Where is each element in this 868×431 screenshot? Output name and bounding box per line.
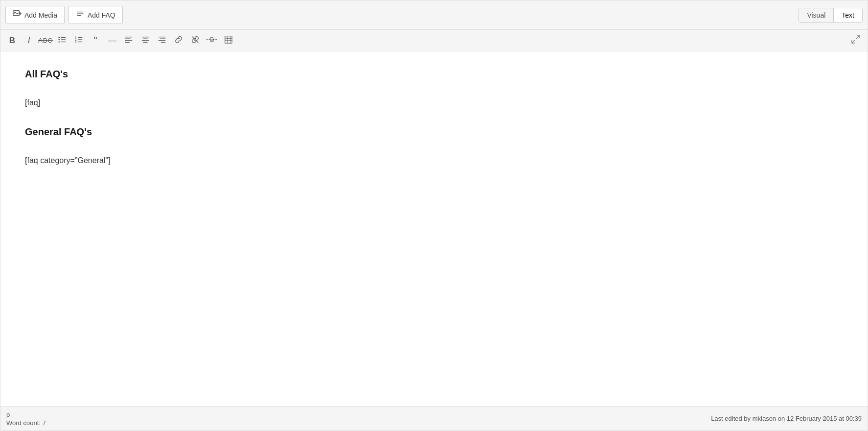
word-count: Word count: 7 [6, 419, 46, 427]
align-right-icon [158, 35, 166, 46]
add-media-icon [13, 9, 22, 21]
content-block-1: All FAQ's [25, 66, 843, 82]
view-tabs: Visual Text [799, 8, 863, 23]
link-icon [174, 35, 183, 46]
ordered-list-button[interactable]: 1. 2. 3. [71, 33, 87, 48]
italic-button[interactable]: I [21, 33, 37, 48]
text-tab[interactable]: Text [834, 8, 862, 22]
align-right-button[interactable] [154, 33, 170, 48]
remove-link-button[interactable] [187, 33, 203, 48]
blockquote-icon: " [93, 35, 98, 46]
content-block-2: [faq] [25, 96, 843, 109]
visual-tab[interactable]: Visual [799, 8, 834, 22]
add-faq-label: Add FAQ [88, 11, 115, 19]
insert-more-button[interactable]: ⊟ [204, 33, 220, 48]
align-center-icon [141, 35, 150, 46]
horizontal-rule-button[interactable]: — [104, 33, 120, 48]
ordered-list-icon: 1. 2. 3. [74, 35, 83, 46]
insert-table-button[interactable] [221, 33, 236, 48]
blockquote-button[interactable]: " [88, 33, 103, 48]
add-faq-icon [76, 10, 85, 21]
hr-icon: — [108, 35, 116, 46]
svg-line-40 [856, 35, 860, 39]
add-media-button[interactable]: Add Media [5, 6, 65, 24]
bold-button[interactable]: B [4, 33, 20, 48]
format-toolbar: B I ABC 1. [0, 30, 868, 51]
top-toolbar: Add Media Add FAQ Visual Text [0, 0, 868, 30]
align-left-icon [124, 35, 133, 46]
align-left-button[interactable] [121, 33, 137, 48]
svg-point-7 [58, 37, 60, 38]
add-media-label: Add Media [24, 11, 57, 19]
svg-text:3.: 3. [75, 40, 78, 43]
top-toolbar-left: Add Media Add FAQ [5, 6, 123, 24]
svg-rect-35 [225, 36, 232, 43]
strikethrough-button[interactable]: ABC [38, 33, 53, 48]
status-left: p Word count: 7 [6, 411, 46, 427]
expand-icon [851, 34, 861, 47]
shortcode-faq: [faq] [25, 96, 843, 109]
svg-line-41 [852, 40, 855, 43]
svg-point-9 [58, 39, 60, 40]
editor-content[interactable]: All FAQ's [faq] General FAQ's [faq categ… [0, 51, 868, 406]
last-edited: Last edited by mklasen on 12 February 20… [711, 415, 862, 422]
svg-point-11 [58, 41, 60, 43]
add-faq-button[interactable]: Add FAQ [69, 6, 123, 24]
strikethrough-label: ABC [38, 37, 53, 44]
insert-link-button[interactable] [171, 33, 186, 48]
heading-all-faqs: All FAQ's [25, 66, 843, 82]
svg-text:⊟: ⊟ [211, 38, 214, 42]
expand-button[interactable] [848, 33, 864, 48]
path-indicator: p [6, 411, 46, 418]
content-block-4: [faq category="General"] [25, 154, 843, 167]
table-icon [224, 35, 233, 46]
editor-wrapper: Add Media Add FAQ Visual Text [0, 0, 868, 431]
content-block-3: General FAQ's [25, 124, 843, 140]
align-center-button[interactable] [137, 33, 153, 48]
insert-more-icon: ⊟ [206, 35, 217, 46]
heading-general-faqs: General FAQ's [25, 124, 843, 140]
unordered-list-icon [58, 35, 67, 46]
unlink-icon [191, 35, 200, 46]
unordered-list-button[interactable] [54, 33, 70, 48]
status-bar: p Word count: 7 Last edited by mklasen o… [0, 406, 868, 431]
shortcode-faq-general: [faq category="General"] [25, 154, 843, 167]
